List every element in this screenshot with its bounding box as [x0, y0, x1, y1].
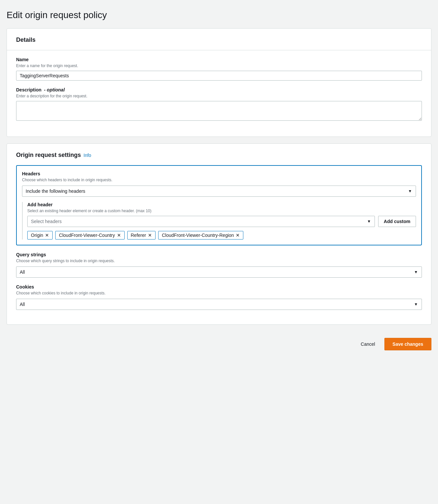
headers-box: Headers Choose which headers to include … — [16, 165, 422, 245]
query-strings-dropdown-wrapper: All None Include the following ▼ — [16, 266, 422, 278]
headers-dropdown[interactable]: Include the following headers All viewer… — [22, 186, 416, 197]
cookies-label: Cookies — [16, 284, 422, 290]
description-label: Description - optional — [16, 87, 422, 92]
cookies-dropdown[interactable]: All None Include the following — [16, 299, 422, 310]
select-headers-wrapper: Select headers ▼ — [27, 216, 375, 227]
tag-origin-label: Origin — [31, 233, 43, 238]
details-divider — [7, 50, 431, 50]
tag-origin: Origin ✕ — [27, 231, 53, 239]
tag-cloudfront-viewer-country-region: CloudFront-Viewer-Country-Region ✕ — [158, 231, 243, 239]
tag-cloudfront-viewer-country-remove[interactable]: ✕ — [117, 233, 121, 238]
cookies-hint: Choose which cookies to include in origi… — [16, 291, 422, 295]
details-card: Details Name Enter a name for the origin… — [7, 28, 431, 137]
name-field-group: Name Enter a name for the origin request… — [16, 57, 422, 81]
select-headers-dropdown[interactable]: Select headers — [27, 216, 375, 227]
name-hint: Enter a name for the origin request. — [16, 63, 422, 68]
add-header-row: Select headers ▼ Add custom — [27, 216, 416, 227]
save-changes-button[interactable]: Save changes — [384, 338, 431, 350]
tag-cloudfront-viewer-country-label: CloudFront-Viewer-Country — [59, 233, 115, 238]
tag-referer-label: Referer — [131, 233, 146, 238]
description-field-group: Description - optional Enter a descripti… — [16, 87, 422, 122]
footer-bar: Cancel Save changes — [7, 331, 431, 357]
description-hint: Enter a description for the origin reque… — [16, 94, 422, 98]
header-tags-row: Origin ✕ CloudFront-Viewer-Country ✕ Ref… — [27, 231, 416, 239]
tag-cloudfront-viewer-country-region-label: CloudFront-Viewer-Country-Region — [162, 233, 234, 238]
details-section-title: Details — [16, 37, 422, 43]
headers-dropdown-wrapper: Include the following headers All viewer… — [22, 186, 416, 197]
tag-origin-remove[interactable]: ✕ — [45, 233, 49, 238]
tag-referer-remove[interactable]: ✕ — [148, 233, 152, 238]
add-header-title: Add header — [27, 202, 416, 207]
tag-cloudfront-viewer-country-region-remove[interactable]: ✕ — [236, 233, 240, 238]
tag-referer: Referer ✕ — [127, 231, 156, 239]
origin-request-settings-card: Origin request settings Info Headers Cho… — [7, 143, 431, 325]
query-strings-hint: Choose which query strings to include in… — [16, 259, 422, 263]
add-header-section: Add header Select an existing header ele… — [22, 202, 416, 239]
cookies-dropdown-wrapper: All None Include the following ▼ — [16, 299, 422, 310]
settings-section-title: Origin request settings — [16, 152, 81, 159]
settings-title-row: Origin request settings Info — [16, 152, 422, 159]
cancel-button[interactable]: Cancel — [355, 339, 380, 349]
name-input[interactable] — [16, 71, 422, 81]
info-link[interactable]: Info — [84, 153, 91, 158]
page-title: Edit origin request policy — [7, 10, 431, 20]
add-header-hint: Select an existing header element or cre… — [27, 209, 416, 213]
cookies-field-group: Cookies Choose which cookies to include … — [16, 284, 422, 310]
add-custom-button[interactable]: Add custom — [378, 216, 416, 227]
query-strings-label: Query strings — [16, 252, 422, 257]
description-input[interactable] — [16, 101, 422, 121]
name-label: Name — [16, 57, 422, 62]
query-strings-field-group: Query strings Choose which query strings… — [16, 252, 422, 278]
headers-label: Headers — [22, 171, 416, 176]
query-strings-dropdown[interactable]: All None Include the following — [16, 266, 422, 278]
tag-cloudfront-viewer-country: CloudFront-Viewer-Country ✕ — [55, 231, 124, 239]
headers-hint: Choose which headers to include in origi… — [22, 178, 416, 182]
